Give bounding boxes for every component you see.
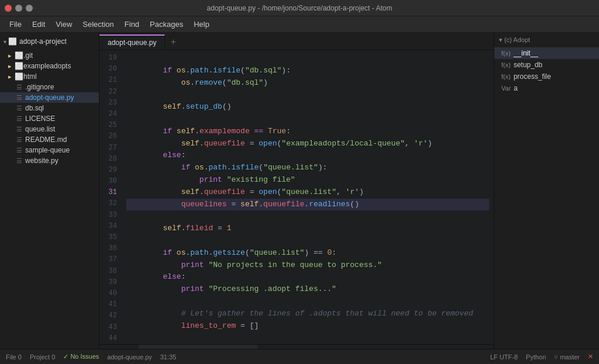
root-icon: ⬜ — [8, 37, 17, 46]
symbol-name: setup_db — [514, 61, 542, 69]
menu-view[interactable]: View — [51, 18, 77, 30]
minimize-button[interactable] — [15, 5, 22, 12]
line-number: 19 — [99, 53, 122, 64]
line-number: 38 — [99, 266, 122, 277]
code-line: if os.path.isfile("queue.list"): — [126, 162, 489, 174]
tab-bar: adopt-queue.py + — [99, 33, 494, 50]
close-button[interactable] — [5, 5, 12, 12]
symbol-type: f(x) — [501, 50, 511, 57]
sidebar-item-git[interactable]: ▸ ⬜ .git — [0, 50, 99, 61]
sidebar-item-gitignore[interactable]: ☰ .gitignore — [0, 82, 99, 92]
tree-item-label: html — [23, 72, 37, 81]
code-line — [126, 332, 489, 344]
code-line: queuelines = self.queuefile.readlines() — [126, 199, 489, 211]
symbol-type: Var — [501, 85, 511, 92]
line-number: 41 — [99, 299, 122, 310]
file-icon: ☰ — [16, 115, 22, 123]
sidebar-item-LICENSE[interactable]: ☰ LICENSE — [0, 113, 99, 124]
menu-selection[interactable]: Selection — [78, 18, 118, 30]
title-bar: adopt-queue.py - /home/jono/Source/adopt… — [0, 0, 599, 16]
tab-adopt-queue-py[interactable]: adopt-queue.py — [99, 34, 165, 50]
horizontal-scrollbar[interactable] — [99, 344, 494, 349]
status-close[interactable]: ✕ — [588, 353, 593, 360]
editor-content[interactable]: 1920212223242526272829303132333435363738… — [99, 50, 494, 344]
status-project[interactable]: Project 0 — [30, 353, 55, 360]
status-filename[interactable]: adopt-queue.py — [107, 353, 152, 360]
tree-item-label: .gitignore — [25, 83, 54, 91]
line-number: 44 — [99, 333, 122, 344]
line-numbers: 1920212223242526272829303132333435363738… — [99, 50, 122, 344]
symbol-name: __init__ — [514, 49, 538, 57]
file-icon: ☰ — [16, 84, 22, 91]
window-controls — [5, 5, 33, 12]
line-number: 33 — [99, 210, 122, 221]
panel-header-label: ▾ {c} Adopt — [499, 36, 530, 44]
line-number: 25 — [99, 120, 122, 131]
status-left: File 0 Project 0 ✓ No Issues adopt-queue… — [6, 353, 176, 360]
folder-icon: ▸ — [8, 63, 12, 70]
folder-icon: ▸ — [8, 73, 12, 81]
menu-file[interactable]: File — [5, 18, 26, 30]
menu-bar: File Edit View Selection Find Packages H… — [0, 16, 599, 33]
tree-item-label: exampleadopts — [23, 62, 71, 70]
status-branch[interactable]: ⑂ master — [554, 353, 580, 360]
line-number: 22 — [99, 86, 122, 98]
symbol-item-processfile[interactable]: f(x)process_file — [494, 71, 599, 82]
file-icon: ☰ — [16, 94, 22, 102]
sidebar-item-exampleadopts[interactable]: ▸ ⬜ exampleadopts — [0, 61, 99, 71]
symbol-item-a[interactable]: Vara — [494, 82, 599, 94]
code-line: self.queuefile = open("queue.list", 'r') — [126, 186, 489, 199]
symbol-panel-header: ▾ {c} Adopt — [494, 33, 599, 47]
status-bar: File 0 Project 0 ✓ No Issues adopt-queue… — [0, 349, 599, 364]
sidebar-item-README[interactable]: ☰ README.md — [0, 134, 99, 145]
code-line — [126, 113, 489, 126]
line-number: 37 — [99, 254, 122, 265]
menu-find[interactable]: Find — [120, 18, 144, 30]
line-number: 28 — [99, 154, 122, 165]
code-area[interactable]: if os.path.isfile("db.sql"): os.remove("… — [122, 50, 494, 344]
line-number: 32 — [99, 198, 122, 209]
status-right: LF UTF-8 Python ⑂ master ✕ — [490, 353, 593, 360]
file-icon: ☰ — [16, 105, 22, 112]
code-line: else: — [126, 271, 489, 283]
menu-edit[interactable]: Edit — [27, 18, 50, 30]
sidebar-root[interactable]: ▾ ⬜ adopt-a-project — [0, 36, 99, 47]
code-line: self.setup_db() — [126, 101, 489, 113]
sidebar-item-website-py[interactable]: ☰ website.py — [0, 155, 99, 166]
code-line — [126, 53, 489, 65]
status-encoding[interactable]: LF UTF-8 — [490, 353, 518, 360]
code-line: os.remove("db.sql") — [126, 77, 489, 89]
line-number: 36 — [99, 243, 122, 254]
sidebar-item-adopt-queue-py[interactable]: ☰ adopt-queue.py — [0, 92, 99, 103]
code-line: print "existing file" — [126, 174, 489, 186]
menu-packages[interactable]: Packages — [145, 18, 188, 30]
status-issues[interactable]: ✓ No Issues — [63, 353, 99, 360]
status-language[interactable]: Python — [526, 353, 546, 360]
tree-item-label: .git — [23, 51, 33, 60]
sidebar-item-queue-list[interactable]: ☰ queue.list — [0, 124, 99, 134]
editor-area: adopt-queue.py + 19202122232425262728293… — [99, 33, 494, 349]
code-line: if os.path.isfile("db.sql"): — [126, 65, 489, 77]
line-number: 39 — [99, 277, 122, 288]
file-icon: ☰ — [16, 157, 22, 165]
symbol-name: process_file — [514, 72, 551, 81]
sidebar-item-html[interactable]: ▸ ⬜ html — [0, 71, 99, 82]
line-number: 35 — [99, 232, 122, 243]
maximize-button[interactable] — [26, 5, 33, 12]
root-label: adopt-a-project — [19, 37, 67, 46]
add-tab-button[interactable]: + — [166, 36, 180, 50]
status-file[interactable]: File 0 — [6, 353, 22, 360]
code-line: if self.examplemode == True: — [126, 126, 489, 138]
symbol-item-setupdb[interactable]: f(x)setup_db — [494, 59, 599, 71]
sidebar-item-sample-queue[interactable]: ☰ sample-queue — [0, 145, 99, 155]
code-line: print "Processing .adopt files..." — [126, 283, 489, 296]
status-position[interactable]: 31:35 — [160, 353, 177, 360]
symbols-container: f(x)__init__f(x)setup_dbf(x)process_file… — [494, 47, 599, 94]
sidebar-item-db-sql[interactable]: ☰ db.sql — [0, 103, 99, 113]
code-line: lines_to_rem = [] — [126, 320, 489, 332]
line-number: 23 — [99, 98, 122, 109]
line-number: 27 — [99, 143, 122, 154]
file-tree: ▾ ⬜ adopt-a-project ▸ ⬜ .git▸ ⬜ examplea… — [0, 33, 99, 349]
symbol-item-_init__[interactable]: f(x)__init__ — [494, 47, 599, 59]
menu-help[interactable]: Help — [189, 18, 214, 30]
